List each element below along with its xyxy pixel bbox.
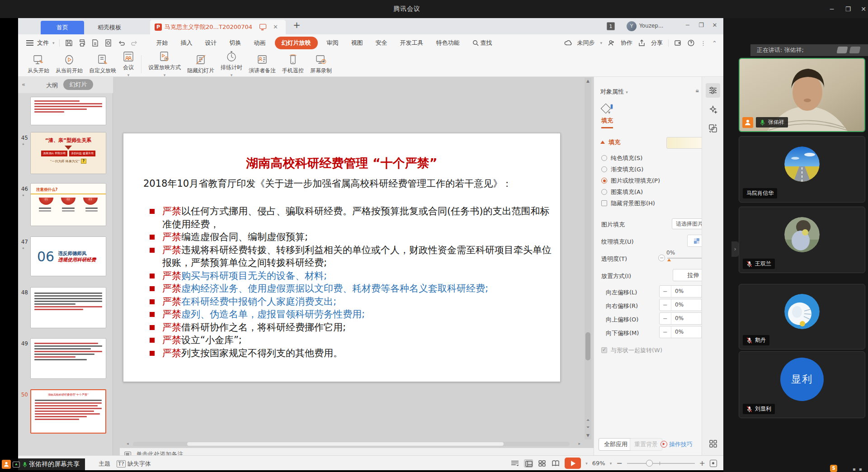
tips-link[interactable]: 操作技巧 (660, 440, 693, 448)
save-icon[interactable] (65, 39, 73, 47)
slide-thumbnail-49[interactable] (30, 338, 106, 379)
collapse-ribbon-icon[interactable]: ⌃ (712, 40, 717, 47)
more-icon[interactable]: ⋮ (700, 40, 707, 47)
reset-background-button[interactable]: 重置背景 (630, 438, 662, 451)
undo-icon[interactable] (118, 39, 125, 47)
menu-file[interactable]: 文件 (37, 39, 49, 47)
scroll-up-icon[interactable]: ▲ (585, 79, 591, 83)
scroll-right-icon[interactable]: ▸ (578, 441, 580, 446)
menu-review[interactable]: 审阅 (321, 37, 345, 49)
apply-all-button[interactable]: 全部应用 (599, 438, 633, 451)
menu-find[interactable]: 查找 (466, 37, 499, 49)
menu-devtools[interactable]: 开发工具 (394, 37, 430, 49)
restore-icon[interactable]: ❐ (844, 5, 853, 14)
ribbon-rehearse-timing[interactable]: 排练计时 ▾ (217, 50, 245, 78)
tab-close-icon[interactable]: ✕ (273, 20, 278, 34)
export-pdf-icon[interactable] (91, 39, 99, 47)
menu-transition[interactable]: 切换 (223, 37, 248, 49)
preview-icon[interactable] (104, 39, 112, 47)
pane-icon[interactable] (674, 39, 682, 47)
floating-tool-icon[interactable]: S (830, 465, 837, 472)
menu-insert[interactable]: 插入 (175, 37, 199, 49)
help-icon[interactable] (687, 39, 695, 47)
notes-toggle-icon[interactable] (510, 460, 519, 467)
tab-outline[interactable]: 大纲 (46, 81, 58, 90)
horizontal-scrollbar[interactable]: ◂ ▸ (127, 441, 579, 447)
print-icon[interactable] (78, 39, 86, 47)
ribbon-setup-show[interactable]: 设置放映方式 ▾ (145, 50, 184, 78)
zoom-level[interactable]: 69% (592, 460, 605, 467)
video-tile-liuxianli[interactable]: 显利 刘显利 (739, 351, 865, 418)
slide-thumbnail-45[interactable]: “清、亲”型师生关系 洁身洁白 界限分明亲切利益 健康良性 “一日为师 终身为父… (30, 132, 106, 174)
menu-design[interactable]: 设计 (199, 37, 223, 49)
video-tile-maxiaoxinhua[interactable]: 马院肖信华 (739, 136, 865, 203)
slideshow-play-button[interactable] (565, 458, 581, 469)
play-options-icon[interactable]: ▾ (585, 461, 588, 466)
slide-thumbnail-50-selected[interactable]: 湖南高校科研经费管理“十个严禁” (30, 389, 106, 434)
next-slide-icon[interactable]: ⏷ (585, 425, 591, 430)
hamburger-icon[interactable] (26, 40, 33, 46)
fit-slide-icon[interactable] (710, 460, 717, 467)
tab-document[interactable]: P 马克思主义学院20...T20200704 ✕ (150, 20, 286, 34)
ribbon-speaker-notes[interactable]: 演讲者备注 (245, 53, 279, 76)
normal-view-button[interactable] (524, 459, 533, 467)
previous-slide-icon[interactable]: ⏶ (585, 418, 591, 423)
switch-rail-icon[interactable] (706, 121, 720, 136)
slide-thumbnail-44[interactable] (30, 97, 106, 125)
account-avatar[interactable]: Y (627, 21, 637, 31)
menu-features[interactable]: 特色功能 (430, 37, 466, 49)
video-tile-wangshuanglan[interactable]: 王双兰 (739, 207, 865, 273)
vertical-scrollbar[interactable]: ▲ ⏶ ⏷ ▼ (585, 78, 591, 439)
tab-fill[interactable]: 填充 (601, 117, 613, 128)
zoom-slider[interactable] (627, 463, 695, 464)
panel-title[interactable]: 对象属性 (600, 88, 624, 95)
menu-start[interactable]: 开始 (150, 37, 175, 49)
ribbon-play-from-current[interactable]: 从当前开始 (52, 53, 86, 76)
ribbon-hide-slide[interactable]: 隐藏幻灯片 (184, 53, 217, 76)
notification-badge[interactable]: 1 (607, 22, 615, 30)
slide-thumbnail-46[interactable]: 注意些什么? 01 02 03 (30, 183, 106, 226)
sync-status[interactable]: 未同步 (577, 39, 595, 47)
menu-slideshow-active[interactable]: 幻灯片放映 (275, 37, 318, 49)
video-tile-zhangyouxiang[interactable]: 张佑祥 (739, 58, 865, 132)
scroll-down-icon[interactable]: ▼ (585, 433, 591, 438)
minimize-icon[interactable]: ─ (827, 5, 836, 14)
wps-close-icon[interactable]: ✕ (711, 22, 719, 28)
tab-home[interactable]: 首页 (41, 21, 84, 34)
missing-font-label[interactable]: T?缺失字体 (117, 460, 151, 468)
opacity-minus-icon[interactable]: − (658, 255, 665, 261)
share-label[interactable]: 分享 (651, 39, 663, 47)
reading-view-button[interactable] (551, 459, 560, 467)
pin-icon[interactable]: 🔒︎ (696, 87, 699, 94)
account-name[interactable]: Youzep... (639, 23, 663, 29)
ribbon-screen-record[interactable]: 屏幕录制 (307, 53, 335, 76)
ribbon-meeting[interactable]: 会议 ▾ (119, 50, 137, 78)
slide-thumbnail-47[interactable]: 06 违反师德师风 违规使用科研经费 (30, 236, 106, 276)
collaborate-label[interactable]: 协作 (621, 39, 632, 47)
section-collapse-icon[interactable] (600, 141, 605, 144)
theme-label[interactable]: 主题 (99, 460, 110, 468)
slider-marker-icon[interactable] (667, 259, 671, 261)
zoom-in-icon[interactable]: + (699, 459, 705, 467)
menu-animation[interactable]: 动画 (248, 37, 272, 49)
ribbon-phone-remote[interactable]: 手机遥控 (279, 53, 307, 76)
collapse-panel-icon[interactable]: « (22, 81, 25, 88)
wps-minimize-icon[interactable]: ─ (684, 22, 692, 28)
tab-docer[interactable]: 稻壳模板 (84, 21, 144, 34)
zoom-knob[interactable] (646, 460, 653, 467)
grid-rail-icon[interactable] (706, 436, 720, 451)
ribbon-play-from-start[interactable]: 从头开始 (24, 53, 52, 76)
current-slide[interactable]: 湖南高校科研经费管理 “十个严禁” 2018年10月省教育厅印发《关于进一步加强… (123, 133, 561, 382)
menu-view[interactable]: 视图 (345, 37, 369, 49)
zoom-out-icon[interactable]: − (616, 459, 622, 467)
scrollbar-thumb[interactable] (585, 332, 590, 360)
menu-security[interactable]: 安全 (369, 37, 394, 49)
wps-restore-icon[interactable]: ❐ (697, 22, 705, 28)
slide-thumbnail-48[interactable] (30, 287, 106, 328)
properties-rail-icon[interactable] (706, 83, 720, 98)
video-tile-edan[interactable]: 鹅丹 (739, 284, 865, 349)
panel-collapse-chevron-icon[interactable]: › (731, 241, 739, 257)
ribbon-custom-show[interactable]: 自定义放映 (86, 53, 119, 76)
hscrollbar-thumb[interactable] (187, 442, 504, 446)
effects-rail-icon[interactable] (706, 102, 720, 117)
